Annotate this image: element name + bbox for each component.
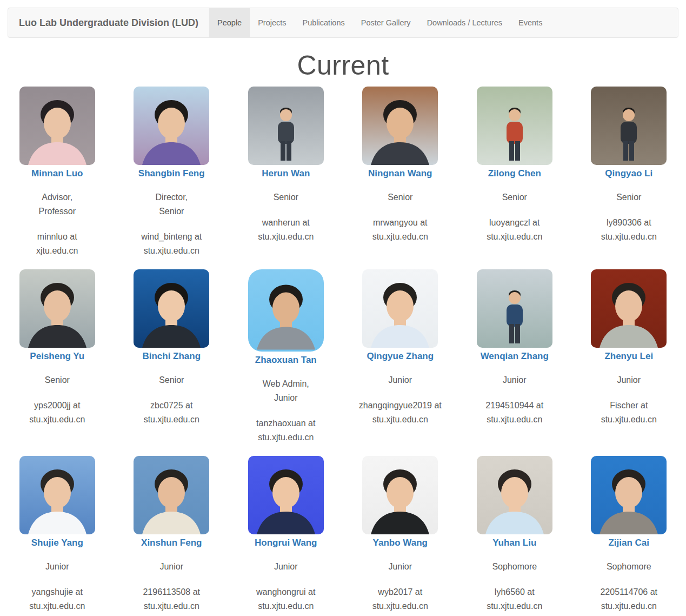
person-email: wyb2017 at stu.xjtu.edu.cn <box>349 585 452 613</box>
person-name-link[interactable]: Zilong Chen <box>488 168 541 178</box>
person-card: Zilong Chen Senior luoyangczl at stu.xjt… <box>457 87 572 258</box>
person-portrait-placeholder-icon <box>19 456 95 534</box>
person-photo[interactable] <box>248 456 324 534</box>
person-photo[interactable] <box>591 87 667 165</box>
person-portrait-placeholder-icon <box>19 269 95 348</box>
person-name-link[interactable]: Zhenyu Lei <box>604 351 653 361</box>
nav-menu: PeopleProjectsPublicationsPoster Gallery… <box>209 8 550 37</box>
person-email: mrwangyou at stu.xjtu.edu.cn <box>349 216 452 244</box>
person-photo[interactable] <box>134 269 209 348</box>
person-email: tanzhaoxuan at stu.xjtu.edu.cn <box>234 416 338 445</box>
person-portrait-placeholder-icon <box>477 456 552 534</box>
person-portrait-placeholder-icon <box>362 456 438 534</box>
person-name-link[interactable]: Qingyao Li <box>605 168 652 178</box>
site-brand[interactable]: Luo Lab Undergraduate Division (LUD) <box>8 17 209 29</box>
person-name-link[interactable]: Shangbin Feng <box>138 168 205 178</box>
person-portrait-placeholder-icon <box>19 87 95 165</box>
person-card: Binchi Zhang Senior zbc0725 at stu.xjtu.… <box>115 269 229 445</box>
person-portrait-placeholder-icon <box>591 456 667 534</box>
person-card: Peisheng Yu Senior yps2000jj at stu.xjtu… <box>0 269 115 445</box>
person-photo[interactable] <box>477 456 552 534</box>
person-role: Advisor, Professor <box>5 190 109 218</box>
person-card: Shujie Yang Junior yangshujie at stu.xjt… <box>0 456 115 613</box>
person-card: Wenqian Zhang Junior 2194510944 at stu.x… <box>457 269 572 445</box>
nav-item-events[interactable]: Events <box>510 8 550 37</box>
person-card: Shangbin Feng Director, Senior wind_bint… <box>115 87 229 258</box>
person-name-link[interactable]: Wenqian Zhang <box>481 351 549 361</box>
person-role: Junior <box>234 560 338 574</box>
person-photo[interactable] <box>19 87 95 165</box>
person-card: Herun Wan Senior wanherun at stu.xjtu.ed… <box>229 87 343 258</box>
person-role: Senior <box>577 190 681 204</box>
person-portrait-placeholder-icon <box>362 269 438 348</box>
nav-item-downloads-lectures[interactable]: Downloads / Lectures <box>419 8 510 37</box>
person-photo[interactable] <box>362 87 438 165</box>
person-photo[interactable] <box>248 269 324 352</box>
person-photo[interactable] <box>19 456 95 534</box>
person-photo[interactable] <box>477 87 552 165</box>
person-portrait-placeholder-icon <box>134 269 209 348</box>
person-name-link[interactable]: Herun Wan <box>262 168 310 178</box>
person-photo[interactable] <box>477 269 552 348</box>
person-name-link[interactable]: Hongrui Wang <box>255 538 317 548</box>
person-card: Qingyao Li Senior ly890306 at stu.xjtu.e… <box>572 87 686 258</box>
person-name-link[interactable]: Minnan Luo <box>31 168 83 178</box>
person-card: Xinshun Feng Junior 2196113508 at stu.xj… <box>115 456 229 613</box>
person-photo[interactable] <box>591 456 667 534</box>
person-photo[interactable] <box>134 87 209 165</box>
person-portrait-placeholder-icon <box>134 87 209 165</box>
person-card: Zijian Cai Sophomore 2205114706 at stu.x… <box>572 456 686 613</box>
person-email: minnluo at xjtu.edu.cn <box>5 230 109 258</box>
person-portrait-placeholder-icon <box>591 87 667 165</box>
person-email: yangshujie at stu.xjtu.edu.cn <box>5 585 109 613</box>
person-role: Director, Senior <box>120 190 224 218</box>
person-name-link[interactable]: Yanbo Wang <box>373 538 428 548</box>
navbar: Luo Lab Undergraduate Division (LUD) Peo… <box>8 8 678 38</box>
person-name-link[interactable]: Qingyue Zhang <box>367 351 434 361</box>
person-name-link[interactable]: Zhaoxuan Tan <box>255 355 317 365</box>
person-photo[interactable] <box>362 269 438 348</box>
nav-item-people[interactable]: People <box>209 8 250 37</box>
person-name-link[interactable]: Peisheng Yu <box>30 351 84 361</box>
person-photo[interactable] <box>19 269 95 348</box>
nav-item-poster-gallery[interactable]: Poster Gallery <box>353 8 419 37</box>
person-photo[interactable] <box>134 456 209 534</box>
person-email: ly890306 at stu.xjtu.edu.cn <box>577 216 681 244</box>
person-email: wanherun at stu.xjtu.edu.cn <box>234 216 338 244</box>
person-card: Yanbo Wang Junior wyb2017 at stu.xjtu.ed… <box>343 456 458 613</box>
people-grid: Minnan Luo Advisor, Professor minnluo at… <box>0 87 686 616</box>
person-role: Senior <box>5 373 109 387</box>
person-role: Senior <box>349 190 452 204</box>
person-portrait-placeholder-icon <box>477 269 552 348</box>
person-name-link[interactable]: Ningnan Wang <box>368 168 432 178</box>
person-email: yps2000jj at stu.xjtu.edu.cn <box>5 399 109 427</box>
person-email: wanghongrui at stu.xjtu.edu.cn <box>234 585 338 613</box>
person-name-link[interactable]: Binchi Zhang <box>142 351 201 361</box>
person-name-link[interactable]: Shujie Yang <box>31 538 83 548</box>
person-role: Junior <box>349 373 452 387</box>
person-role: Junior <box>577 373 681 387</box>
person-card: Hongrui Wang Junior wanghongrui at stu.x… <box>229 456 343 613</box>
person-role: Sophomore <box>463 560 567 574</box>
person-email: zhangqingyue2019 at stu.xjtu.edu.cn <box>349 399 452 427</box>
person-email: 2205114706 at stu.xjtu.edu.cn <box>577 585 681 613</box>
person-photo[interactable] <box>591 269 667 348</box>
person-card: Zhenyu Lei Junior Fischer at stu.xjtu.ed… <box>572 269 686 445</box>
person-name-link[interactable]: Zijian Cai <box>608 538 649 548</box>
person-portrait-placeholder-icon <box>248 269 324 352</box>
person-role: Junior <box>463 373 567 387</box>
person-role: Web Admin, Junior <box>234 377 338 405</box>
person-card: Minnan Luo Advisor, Professor minnluo at… <box>0 87 115 258</box>
nav-item-publications[interactable]: Publications <box>295 8 353 37</box>
person-email: wind_binteng at stu.xjtu.edu.cn <box>120 230 224 258</box>
person-name-link[interactable]: Xinshun Feng <box>141 538 202 548</box>
nav-item-projects[interactable]: Projects <box>250 8 294 37</box>
person-role: Sophomore <box>577 560 681 574</box>
person-name-link[interactable]: Yuhan Liu <box>492 538 536 548</box>
person-role: Senior <box>120 373 224 387</box>
person-photo[interactable] <box>362 456 438 534</box>
person-portrait-placeholder-icon <box>362 87 438 165</box>
person-portrait-placeholder-icon <box>591 269 667 348</box>
page-title: Current <box>0 50 686 81</box>
person-photo[interactable] <box>248 87 324 165</box>
